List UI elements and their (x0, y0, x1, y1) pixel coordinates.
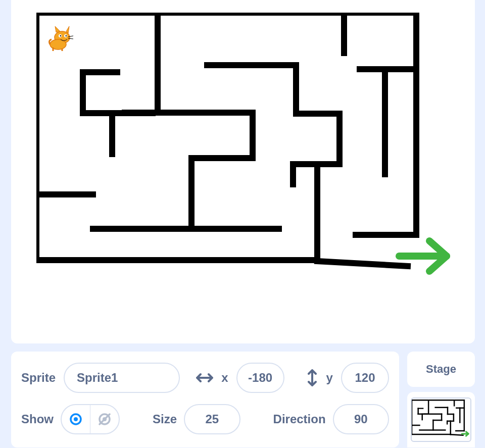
y-value: 120 (355, 371, 375, 385)
x-input[interactable]: -180 (236, 363, 284, 393)
hide-button[interactable] (90, 405, 119, 433)
size-value: 25 (205, 412, 219, 426)
visibility-toggle (61, 404, 120, 434)
svg-line-4 (317, 261, 408, 266)
stage-label: Stage (426, 363, 456, 376)
sprite-info-panel: Sprite Sprite1 x -180 y 120 Show (11, 352, 399, 447)
scrollbar-placeholder (476, 0, 485, 343)
stage-thumbnail[interactable] (411, 397, 471, 442)
svg-point-34 (60, 35, 62, 37)
x-value: -180 (248, 371, 272, 385)
sprite-cat[interactable] (47, 24, 74, 52)
arrow-horizontal-icon (196, 372, 213, 384)
eye-hide-icon (97, 412, 112, 427)
y-input[interactable]: 120 (341, 363, 389, 393)
direction-value: 90 (354, 412, 368, 426)
show-button[interactable] (62, 405, 90, 433)
svg-point-36 (66, 35, 67, 37)
y-label: y (326, 371, 333, 385)
sprite-name-input[interactable]: Sprite1 (64, 363, 180, 393)
size-label: Size (153, 412, 177, 426)
direction-label: Direction (273, 412, 326, 426)
stage-display[interactable] (11, 0, 475, 343)
maze-backdrop (36, 13, 461, 295)
size-input[interactable]: 25 (184, 404, 240, 434)
svg-point-44 (74, 417, 78, 421)
sprite-row-1: Sprite Sprite1 x -180 y 120 (21, 363, 389, 393)
arrow-vertical-icon (306, 369, 318, 386)
sprite-label: Sprite (21, 371, 56, 385)
sprite-row-2: Show Size 25 Direction (21, 404, 389, 434)
stage-label-tab[interactable]: Stage (407, 352, 475, 387)
sprite-name-value: Sprite1 (77, 371, 118, 385)
x-label: x (221, 371, 228, 385)
eye-show-icon (68, 412, 83, 427)
stage-panel: Stage (407, 352, 475, 447)
bottom-panel-row: Sprite Sprite1 x -180 y 120 Show (11, 352, 475, 447)
svg-line-52 (451, 434, 463, 435)
direction-input[interactable]: 90 (333, 404, 389, 434)
show-label: Show (21, 412, 54, 426)
stage-thumbnail-wrap (407, 392, 475, 447)
